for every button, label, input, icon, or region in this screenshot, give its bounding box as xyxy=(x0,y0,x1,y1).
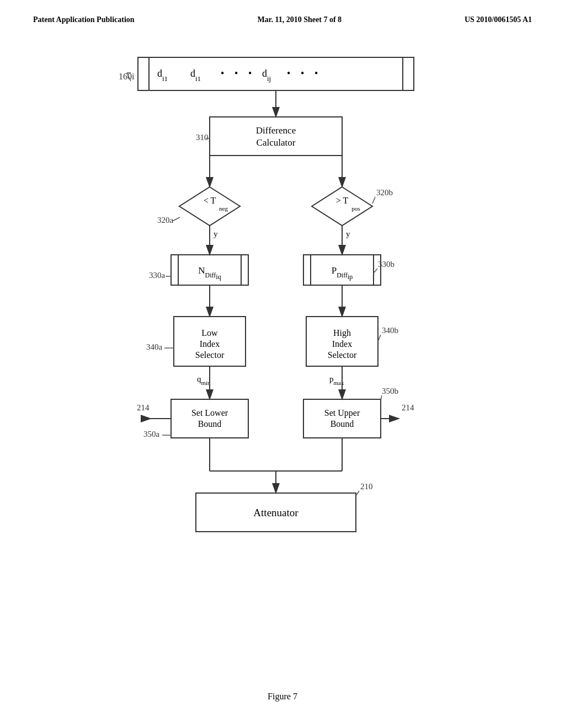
svg-text:Selector: Selector xyxy=(195,350,225,360)
svg-text:320a: 320a xyxy=(157,216,174,224)
svg-text:Attenuator: Attenuator xyxy=(253,507,299,518)
high-index-selector-box: High Index Selector 340b xyxy=(306,317,398,366)
svg-text:Set Lower: Set Lower xyxy=(191,408,228,417)
svg-line-34 xyxy=(372,197,375,204)
svg-rect-16 xyxy=(210,117,342,156)
svg-text:< T: < T xyxy=(204,196,216,205)
svg-text:> T: > T xyxy=(336,196,349,205)
svg-text:y: y xyxy=(346,229,350,238)
page-header: Patent Application Publication Mar. 11, … xyxy=(0,0,565,24)
svg-text:dij: dij xyxy=(262,68,271,83)
svg-text:310: 310 xyxy=(196,133,209,142)
svg-text:330a: 330a xyxy=(149,271,166,280)
caption-text: Figure 7 xyxy=(268,692,297,701)
svg-rect-69 xyxy=(171,399,248,438)
svg-text:High: High xyxy=(333,328,351,338)
svg-text:Low: Low xyxy=(201,328,218,338)
svg-text:Index: Index xyxy=(200,339,220,349)
svg-marker-30 xyxy=(312,187,372,226)
svg-line-50 xyxy=(374,269,377,272)
svg-text:di1: di1 xyxy=(157,68,168,83)
svg-text:•: • xyxy=(234,68,238,79)
svg-rect-45 xyxy=(303,255,381,285)
svg-text:pos: pos xyxy=(351,205,360,212)
greater-than-tpos-diamond: > T pos 320b xyxy=(312,187,393,226)
svg-text:di1: di1 xyxy=(190,68,201,83)
svg-text:•: • xyxy=(315,68,318,79)
svg-line-82 xyxy=(381,395,382,400)
svg-text:•: • xyxy=(287,68,290,79)
svg-marker-25 xyxy=(179,187,240,226)
set-upper-bound-box: Set Upper Bound 214 350b xyxy=(303,387,414,438)
svg-rect-76 xyxy=(303,399,381,438)
figure-caption: Figure 7 xyxy=(0,692,565,702)
svg-text:320b: 320b xyxy=(376,188,393,197)
svg-text:214: 214 xyxy=(137,403,150,412)
header-left: Patent Application Publication xyxy=(33,15,135,24)
svg-text:neg: neg xyxy=(219,205,228,212)
svg-text:Difference: Difference xyxy=(256,125,296,136)
svg-text:Selector: Selector xyxy=(328,350,357,360)
attenuator-box: Attenuator 210 xyxy=(196,482,373,532)
svg-rect-3 xyxy=(138,57,414,90)
flowchart-svg: 160i di1 di1 • • • dij • • • Difference xyxy=(0,24,565,686)
header-center: Mar. 11, 2010 Sheet 7 of 8 xyxy=(257,15,342,24)
svg-text:•: • xyxy=(301,68,304,79)
svg-text:330b: 330b xyxy=(378,260,395,269)
svg-text:214: 214 xyxy=(402,403,414,412)
svg-text:210: 210 xyxy=(360,482,373,491)
svg-text:Bound: Bound xyxy=(198,419,222,429)
low-index-selector-box: Low Index Selector 340a xyxy=(146,317,246,366)
n-diff-box: NDiffiq 330a xyxy=(149,255,248,285)
svg-text:•: • xyxy=(248,68,252,79)
svg-rect-39 xyxy=(171,255,248,285)
svg-text:qmin: qmin xyxy=(197,374,211,386)
less-than-tneg-diamond: < T neg 320a xyxy=(157,187,240,226)
set-lower-bound-box: Set Lower Bound 214 350a xyxy=(137,399,248,438)
difference-calculator-box: Difference Calculator 310 xyxy=(196,117,342,156)
svg-text:Set Upper: Set Upper xyxy=(324,408,360,418)
svg-text:340b: 340b xyxy=(382,326,398,335)
diagram-area: 160i di1 di1 • • • dij • • • Difference xyxy=(0,24,565,686)
svg-text:340a: 340a xyxy=(146,342,163,351)
svg-text:NDiffiq: NDiffiq xyxy=(198,265,221,281)
svg-text:Calculator: Calculator xyxy=(257,137,296,148)
svg-text:Index: Index xyxy=(332,339,352,349)
svg-text:350a: 350a xyxy=(143,430,160,438)
array-box: 160i di1 di1 • • • dij • • • xyxy=(119,57,414,90)
svg-text:350b: 350b xyxy=(382,387,398,395)
svg-text:y: y xyxy=(214,229,218,238)
svg-text:PDiffip: PDiffip xyxy=(332,265,353,281)
header-right: US 2010/0061505 A1 xyxy=(465,15,532,24)
svg-text:•: • xyxy=(221,68,224,79)
p-diff-box: PDiffip 330b xyxy=(303,255,395,285)
svg-text:Bound: Bound xyxy=(331,419,354,429)
